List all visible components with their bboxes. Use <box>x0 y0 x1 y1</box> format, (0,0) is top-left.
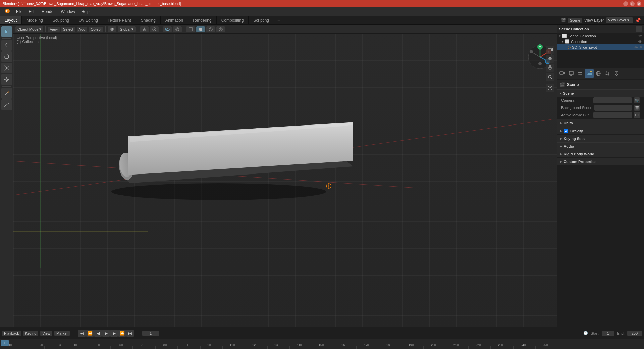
menu-window[interactable]: Window <box>58 9 78 15</box>
object-props-icon[interactable] <box>603 69 612 78</box>
scene-selector[interactable]: Scene <box>568 18 582 23</box>
object-menu[interactable]: Object <box>89 27 103 32</box>
tab-rendering[interactable]: Rendering <box>188 16 216 24</box>
view-menu-timeline[interactable]: View <box>40 331 52 336</box>
bg-scene-value[interactable] <box>594 105 632 111</box>
scale-tool-button[interactable] <box>1 63 12 73</box>
render-preview-btn[interactable] <box>546 55 554 63</box>
current-frame-input[interactable]: 1 <box>142 331 159 336</box>
annotate-tool-button[interactable] <box>1 88 12 99</box>
outliner-item-sc-slice-pivot[interactable]: ▷ SC_Slice_pivot 👁 ⊕ <box>557 44 644 50</box>
menu-file[interactable]: File <box>13 9 25 15</box>
play-btn[interactable]: ▶ <box>102 330 110 337</box>
properties-content[interactable]: 🎬 Scene ▾ Scene Camera 📷 Background Scen… <box>557 79 644 327</box>
playback-menu[interactable]: Playback <box>2 331 21 336</box>
rigid-body-world-section-header[interactable]: ▶ Rigid Body World <box>557 150 644 157</box>
grab-tool-btn[interactable] <box>546 64 554 72</box>
transform-tool-button[interactable] <box>1 74 12 85</box>
sugarcane-object[interactable] <box>68 78 353 178</box>
close-button[interactable]: ✕ <box>637 1 641 6</box>
help-btn[interactable]: ? <box>546 84 554 92</box>
maximize-button[interactable]: □ <box>630 1 635 6</box>
render-props-icon[interactable] <box>558 69 567 78</box>
active-clip-picker-btn[interactable]: 🎞 <box>634 112 640 118</box>
tab-sculpting[interactable]: Sculpting <box>48 16 74 24</box>
end-frame-input[interactable]: 250 <box>627 331 642 336</box>
units-section-header[interactable]: ▶ Units <box>557 119 644 127</box>
audio-section-header[interactable]: ▶ Audio <box>557 142 644 150</box>
tab-animation[interactable]: Animation <box>161 16 188 24</box>
jump-to-end-btn[interactable]: ⏭ <box>126 330 134 337</box>
viewport-overlay-toggle[interactable] <box>163 26 172 32</box>
view-layer-props-icon[interactable] <box>576 69 585 78</box>
active-clip-value[interactable] <box>593 112 632 118</box>
rotate-tool-button[interactable] <box>1 51 12 62</box>
gravity-section-header[interactable]: ▶ Gravity <box>557 127 644 134</box>
scene-props-icon[interactable] <box>585 69 594 78</box>
move-tool-button[interactable] <box>1 40 12 51</box>
object-mode-selector[interactable]: Object Mode ▾ <box>15 26 43 32</box>
start-frame-input[interactable]: 1 <box>602 331 614 336</box>
outliner-item-collection[interactable]: ▾ ⬜ Collection 👁 <box>557 39 644 44</box>
global-space-selector[interactable]: Global ▾ <box>118 26 136 32</box>
view-menu[interactable]: View <box>48 27 60 32</box>
tab-modeling[interactable]: Modeling <box>22 16 48 24</box>
camera-picker-btn[interactable]: 📷 <box>634 97 640 103</box>
viewport-3d[interactable]: Object Mode ▾ View Select Add Object Glo… <box>13 25 557 327</box>
rendered-mode-btn[interactable] <box>216 26 225 32</box>
tab-texture-paint[interactable]: Texture Paint <box>103 16 136 24</box>
menu-edit[interactable]: Edit <box>26 9 38 15</box>
step-back-btn[interactable]: ◀ <box>94 330 102 337</box>
world-props-icon[interactable] <box>594 69 603 78</box>
outliner-filter-btn[interactable] <box>636 26 642 32</box>
next-keyframe-btn[interactable]: ⏩ <box>118 330 126 337</box>
snap-toggle[interactable] <box>140 26 149 32</box>
tab-compositing[interactable]: Compositing <box>217 16 249 24</box>
toolbar-separator-2 <box>2 86 11 87</box>
camera-value[interactable] <box>593 97 632 103</box>
modifier-props-icon[interactable] <box>612 69 621 78</box>
proportional-edit-toggle[interactable] <box>150 26 159 32</box>
eye-icon-scene-collection[interactable]: 👁 <box>638 34 642 38</box>
keying-sets-section-header[interactable]: ▶ Keying Sets <box>557 135 644 142</box>
menu-render[interactable]: Render <box>39 9 57 15</box>
menu-help[interactable]: Help <box>78 9 92 15</box>
prev-keyframe-btn[interactable]: ⏪ <box>86 330 94 337</box>
solid-mode-btn[interactable] <box>196 26 205 32</box>
camera-view-btn[interactable] <box>546 46 554 54</box>
tab-uv-editing[interactable]: UV Editing <box>74 16 103 24</box>
view-layer-selector[interactable]: View Layer ▾ <box>606 17 633 23</box>
cursor-tool-button[interactable] <box>1 26 12 37</box>
keying-menu[interactable]: Keying <box>23 331 39 336</box>
scene-section-header[interactable]: ▾ Scene <box>557 89 644 97</box>
wireframe-mode-btn[interactable] <box>186 26 195 32</box>
outliner-item-scene-collection[interactable]: ▾ ⬜ Scene Collection 👁 <box>557 33 644 39</box>
gravity-checkbox[interactable] <box>564 129 568 133</box>
jump-to-start-btn[interactable]: ⏮ <box>78 330 86 337</box>
material-mode-btn[interactable] <box>206 26 215 32</box>
step-forward-btn[interactable]: ▶ <box>110 330 118 337</box>
select-menu[interactable]: Select <box>61 27 75 32</box>
magnify-btn[interactable] <box>546 73 554 81</box>
keying-sets-section-label: Keying Sets <box>564 137 585 141</box>
timeline-ruler[interactable]: 1 10 20 30 40 50 60 70 80 90 100 11 <box>0 339 644 349</box>
tab-add-button[interactable]: + <box>274 16 284 24</box>
marker-menu[interactable]: Marker <box>54 331 70 336</box>
timeline-ruler-area[interactable]: 1 10 20 30 40 50 60 70 80 90 100 11 <box>0 339 557 349</box>
add-menu[interactable]: Add <box>77 27 88 32</box>
tab-shading[interactable]: Shading <box>136 16 161 24</box>
output-props-icon[interactable] <box>567 69 576 78</box>
menu-blender[interactable]: B <box>2 8 13 15</box>
xray-toggle[interactable] <box>173 26 182 32</box>
bg-scene-picker-btn[interactable]: 🎬 <box>634 105 640 111</box>
custom-props-section-header[interactable]: ▶ Custom Properties <box>557 158 644 165</box>
eye-icon-sc-slice[interactable]: 👁 <box>634 45 638 49</box>
scene-canvas[interactable]: X Y Z <box>13 34 557 327</box>
measure-tool-button[interactable] <box>1 99 12 110</box>
tab-scripting[interactable]: Scripting <box>249 16 274 24</box>
viewport-shading-options[interactable] <box>108 26 116 32</box>
eye-icon-collection[interactable]: 👁 <box>638 40 642 44</box>
svg-text:230: 230 <box>498 343 503 347</box>
minimize-button[interactable]: ─ <box>623 1 628 6</box>
tab-layout[interactable]: Layout <box>0 16 22 24</box>
